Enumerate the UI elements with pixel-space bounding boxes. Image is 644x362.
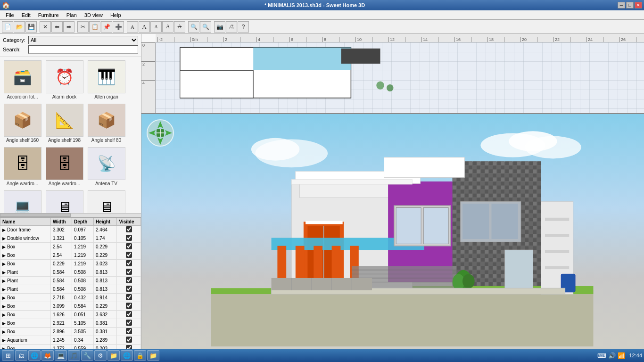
cell-visible-6[interactable] xyxy=(117,277,141,285)
furniture-item-3[interactable]: 📦 Angle shelf 160 xyxy=(2,102,43,145)
cell-visible-7[interactable] xyxy=(117,285,141,294)
taskbar-btn-11[interactable]: 📁 xyxy=(147,350,159,361)
toolbar-btn-0[interactable]: 📄 xyxy=(2,21,13,33)
furniture-item-8[interactable]: 📡 Antena TV xyxy=(86,146,127,188)
taskbar-btn-5[interactable]: 🎵 xyxy=(68,350,80,361)
taskbar-btn-10[interactable]: 🔒 xyxy=(134,350,146,361)
taskbar-btn-6[interactable]: 🔧 xyxy=(81,350,93,361)
menu-item-file[interactable]: File xyxy=(2,11,18,19)
cell-width-7: 0.584 xyxy=(50,285,72,294)
cell-visible-12[interactable] xyxy=(117,328,141,336)
toolbar-btn-5[interactable]: ➡ xyxy=(63,21,74,33)
taskbar-btn-4[interactable]: 💻 xyxy=(55,350,67,361)
minimize-button[interactable]: ─ xyxy=(618,2,625,8)
table-row[interactable]: ▶Box 3.099 0.584 0.229 xyxy=(0,302,141,311)
furniture-item-5[interactable]: 📦 Angle shelf 80 xyxy=(86,102,127,145)
ruler-tick: 26 xyxy=(619,37,636,42)
svg-point-5 xyxy=(376,82,384,90)
toolbar-btn-8[interactable]: 📌 xyxy=(101,21,112,33)
menu-item-edit[interactable]: Edit xyxy=(18,11,34,19)
table-row[interactable]: ▶Plant 0.584 0.508 0.813 xyxy=(0,268,141,277)
close-button[interactable]: ✕ xyxy=(635,2,642,8)
table-row[interactable]: ▶Door frame 3.302 0.097 2.464 xyxy=(0,226,141,234)
menu-item-help[interactable]: Help xyxy=(107,11,125,19)
maximize-button[interactable]: □ xyxy=(626,2,634,8)
table-row[interactable]: ▶Box 2.54 1.219 0.229 xyxy=(0,251,141,260)
ruler-tick xyxy=(603,37,619,42)
taskbar-btn-3[interactable]: 🦊 xyxy=(41,350,54,361)
toolbar-btn-7[interactable]: 📋 xyxy=(89,21,100,33)
toolbar-btn-12[interactable]: A xyxy=(150,21,162,33)
plan-view[interactable]: -20m246810121416182022242628 024 xyxy=(141,34,644,114)
toolbar-btn-16[interactable]: 🔍 xyxy=(200,21,211,33)
table-row[interactable]: ▶Aquarium 1.245 0.34 1.289 xyxy=(0,336,141,345)
table-row[interactable]: ▶Plant 0.584 0.508 0.813 xyxy=(0,277,141,285)
cell-visible-2[interactable] xyxy=(117,243,141,251)
furniture-item-6[interactable]: 🗄 Angle wardro... xyxy=(2,146,43,188)
furniture-item-0[interactable]: 🗃️ Accordion fol... xyxy=(2,59,43,101)
cell-visible-9[interactable] xyxy=(117,302,141,311)
table-container[interactable]: Name Width Depth Height Visible ▶Door fr… xyxy=(0,218,141,349)
toolbar-btn-6[interactable]: ✂ xyxy=(77,21,89,33)
taskbar-btn-0[interactable]: ⊞ xyxy=(2,350,14,361)
furniture-item-1[interactable]: ⏰ Alarm clock xyxy=(44,59,85,101)
table-row[interactable]: ▶Plant 0.584 0.508 0.813 xyxy=(0,285,141,294)
toolbar-btn-9[interactable]: ➕ xyxy=(113,21,124,33)
cell-visible-13[interactable] xyxy=(117,336,141,345)
table-row[interactable]: ▶Box 2.718 0.432 0.914 xyxy=(0,294,141,302)
cell-visible-11[interactable] xyxy=(117,319,141,328)
table-row[interactable]: ▶Box 1.626 0.051 3.632 xyxy=(0,311,141,319)
plan-canvas[interactable] xyxy=(156,42,644,113)
toolbar-btn-1[interactable]: 📂 xyxy=(14,21,25,33)
menu-item-3d view[interactable]: 3D view xyxy=(81,11,107,19)
toolbar-btn-11[interactable]: A xyxy=(139,21,150,33)
cell-depth-7: 0.508 xyxy=(72,285,94,294)
table-row[interactable]: ▶Box 2.54 1.219 0.229 xyxy=(0,243,141,251)
furniture-item-11[interactable]: 🖥 Apple iMac 20... xyxy=(86,189,127,213)
cell-name-14: ▶Box xyxy=(0,345,51,349)
toolbar-btn-3[interactable]: ✕ xyxy=(40,21,51,33)
toolbar-btn-15[interactable]: 🔍 xyxy=(188,21,199,33)
toolbar-btn-2[interactable]: 💾 xyxy=(25,21,37,33)
furniture-item-2[interactable]: 🎹 Allen organ xyxy=(86,59,127,101)
menu-item-plan[interactable]: Plan xyxy=(63,11,81,19)
furniture-item-7[interactable]: 🗄 Angle wardro... xyxy=(44,146,85,188)
taskbar-btn-8[interactable]: 📁 xyxy=(107,350,120,361)
furniture-item-10[interactable]: 🖥 Apple iMac 19... xyxy=(44,189,85,213)
cell-visible-8[interactable] xyxy=(117,294,141,302)
taskbar-btn-9[interactable]: 🌐 xyxy=(121,350,133,361)
table-row[interactable]: ▶Box 0.229 1.219 3.023 xyxy=(0,260,141,268)
table-row[interactable]: ▶Box 1.372 0.559 0.203 xyxy=(0,345,141,349)
taskbar-btn-7[interactable]: ⚙ xyxy=(94,350,107,361)
cell-depth-8: 0.432 xyxy=(72,294,94,302)
toolbar-btn-13[interactable]: A xyxy=(162,21,173,33)
search-input[interactable] xyxy=(28,45,138,54)
toolbar-btn-19[interactable]: ? xyxy=(238,21,249,33)
furniture-item-4[interactable]: 📐 Angle shelf 198 xyxy=(44,102,85,145)
toolbar-btn-4[interactable]: ⬅ xyxy=(51,21,63,33)
toolbar-btn-10[interactable]: A xyxy=(127,21,138,33)
cell-visible-3[interactable] xyxy=(117,251,141,260)
toolbar-btn-14[interactable]: A xyxy=(174,21,185,33)
toolbar-btn-17[interactable]: 📷 xyxy=(214,21,225,33)
ruler-tick xyxy=(372,37,388,42)
taskbar-btn-1[interactable]: 🗂 xyxy=(15,350,27,361)
menu-item-furniture[interactable]: Furniture xyxy=(34,11,63,19)
toolbar-btn-18[interactable]: 🖨 xyxy=(226,21,237,33)
col-height: Height xyxy=(94,218,117,226)
table-row[interactable]: ▶Double window 1.321 0.105 1.74 xyxy=(0,234,141,243)
cell-name-6: ▶Plant xyxy=(0,277,51,285)
cell-visible-1[interactable] xyxy=(117,234,141,243)
furniture-label-2: Allen organ xyxy=(87,94,125,100)
table-row[interactable]: ▶Box 2.921 5.105 0.381 xyxy=(0,319,141,328)
taskbar-btn-2[interactable]: 🌐 xyxy=(28,350,41,361)
cell-visible-10[interactable] xyxy=(117,311,141,319)
3d-view[interactable] xyxy=(141,114,644,349)
furniture-item-9[interactable]: 💻 Apple iBook xyxy=(2,189,43,213)
cell-visible-0[interactable] xyxy=(117,226,141,234)
cell-visible-5[interactable] xyxy=(117,268,141,277)
cell-visible-4[interactable] xyxy=(117,260,141,268)
table-row[interactable]: ▶Box 2.896 3.505 0.381 xyxy=(0,328,141,336)
cell-visible-14[interactable] xyxy=(117,345,141,349)
category-select[interactable]: All xyxy=(28,36,138,44)
